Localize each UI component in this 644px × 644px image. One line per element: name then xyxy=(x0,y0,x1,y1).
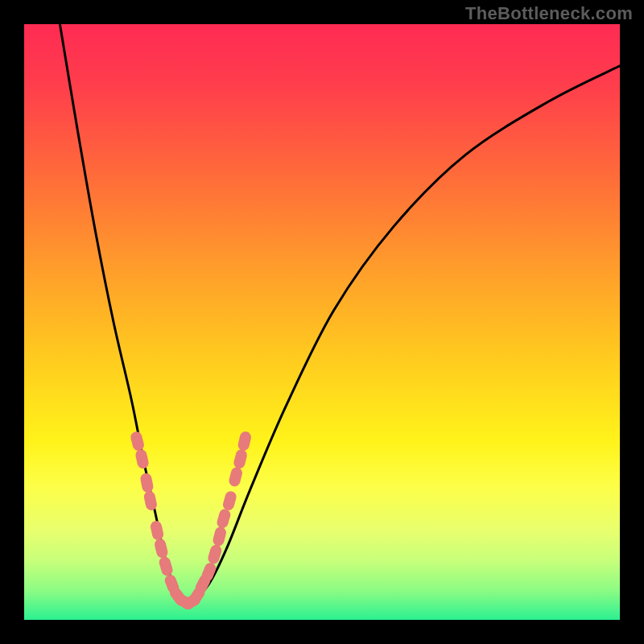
curve-marker xyxy=(233,448,248,470)
watermark-label: TheBottleneck.com xyxy=(465,3,633,24)
curve-marker xyxy=(143,490,159,511)
curve-marker xyxy=(154,538,169,559)
curve-marker xyxy=(221,490,237,512)
curve-marker xyxy=(237,431,252,452)
plot-area xyxy=(24,24,620,620)
curve-marker xyxy=(216,508,232,530)
curve-marker xyxy=(158,555,174,577)
chart-frame: TheBottleneck.com xyxy=(0,0,644,644)
curve-marker xyxy=(228,466,244,488)
curve-markers xyxy=(24,24,620,620)
curve-marker xyxy=(150,520,165,541)
curve-marker xyxy=(207,543,223,565)
curve-marker xyxy=(134,448,150,470)
curve-marker xyxy=(130,431,146,452)
curve-marker xyxy=(139,473,154,493)
curve-marker xyxy=(212,526,227,547)
